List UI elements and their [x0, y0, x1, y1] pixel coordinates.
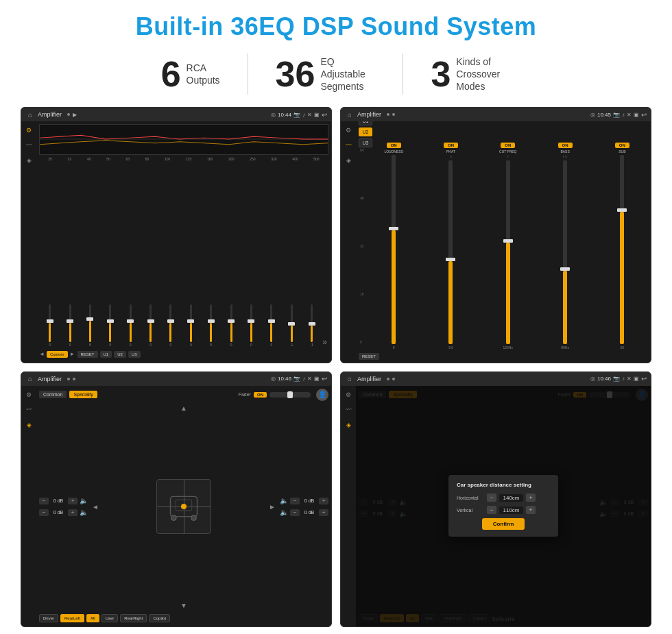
topbar-icons-crossover: ◎ 10:45 📷 ♪ ✕ ▣ ↩: [590, 111, 647, 119]
fader-ch-fl: − 0 dB + 🔈: [39, 497, 88, 504]
stat-eq: 36 EQ Adjustable Segments: [248, 56, 403, 93]
user-btn[interactable]: User: [101, 614, 119, 622]
crossover-reset-btn[interactable]: RESET: [359, 353, 379, 360]
fl-minus[interactable]: −: [39, 498, 49, 504]
phat-track[interactable]: [448, 160, 453, 344]
ss-content-fader: ⚙ 〰 ◈ Common Specialty Fader ON 👤: [21, 386, 331, 627]
horizontal-label: Horizontal: [457, 496, 484, 500]
confirm-button[interactable]: Confirm: [482, 518, 525, 530]
eq-slider-4[interactable]: 0: [121, 304, 140, 347]
screenshot-crossover: ⌂ Amplifier ◎ 10:45 📷 ♪ ✕ ▣ ↩ ⚙ 〰: [340, 107, 651, 363]
crossover-icon[interactable]: 〰: [344, 141, 353, 150]
eq-slider-3[interactable]: 0: [101, 304, 119, 347]
reset-btn[interactable]: RESET: [77, 351, 98, 358]
time-distance: 10:46: [597, 376, 611, 382]
eq-slider-6[interactable]: 0: [161, 304, 180, 347]
right-arrow[interactable]: ►: [269, 503, 276, 511]
app-name-distance: Amplifier: [357, 376, 381, 382]
prev-icon[interactable]: ◄: [39, 351, 45, 357]
horizontal-minus-btn[interactable]: −: [487, 493, 496, 502]
driver-btn[interactable]: Driver: [39, 614, 58, 622]
ss-content-eq: ⚙ 〰 ◈ 25 32: [21, 121, 331, 363]
next-icon[interactable]: ►: [70, 351, 75, 357]
fader-slider[interactable]: [269, 392, 311, 398]
rearright-btn[interactable]: RearRight: [120, 614, 147, 622]
eq-slider-8[interactable]: 0: [202, 304, 220, 347]
u3-btn[interactable]: U3: [128, 351, 141, 358]
cutfreq-label: CUT FREQ: [499, 149, 516, 154]
fader-middle: − 0 dB + 🔈 − 0 dB + 🔈: [39, 403, 328, 611]
left-arrow[interactable]: ◄: [92, 503, 99, 511]
fader-thumb[interactable]: [287, 391, 293, 398]
up-arrow[interactable]: ▲: [180, 404, 187, 412]
rr-minus[interactable]: −: [290, 509, 300, 516]
rr-plus[interactable]: +: [319, 509, 328, 516]
bass-val: 90Hz: [561, 345, 569, 350]
u1-preset[interactable]: U1: [359, 121, 372, 125]
eq-graph-svg: [40, 125, 328, 154]
vertical-minus-btn[interactable]: −: [487, 506, 496, 514]
u2-btn[interactable]: U2: [114, 351, 126, 358]
down-arrow[interactable]: ▼: [180, 602, 187, 609]
u2-preset[interactable]: U2: [359, 127, 372, 136]
speaker-icon-2[interactable]: ◈: [344, 156, 353, 165]
sub-on-btn[interactable]: ON: [615, 143, 629, 148]
fader-icon[interactable]: ◈: [24, 420, 34, 430]
sub-track[interactable]: [620, 155, 624, 344]
rearleft-btn[interactable]: RearLeft: [60, 614, 84, 622]
fader-on-btn[interactable]: ON: [254, 392, 267, 398]
bass-on-btn[interactable]: ON: [558, 143, 573, 148]
eq-slider-12[interactable]: -1: [283, 304, 301, 347]
copilot-btn[interactable]: Copilot: [149, 614, 170, 622]
rl-minus[interactable]: −: [39, 509, 49, 516]
time-fader: 10:46: [278, 376, 291, 382]
volume-icon-eq: ♪: [302, 112, 305, 118]
eq-icon-3[interactable]: ⚙: [24, 390, 34, 400]
loudness-track[interactable]: [392, 155, 396, 344]
wave-icon-3[interactable]: 〰: [24, 405, 34, 415]
speaker-icon[interactable]: ◈: [24, 156, 34, 165]
vertical-value: 110cm: [499, 507, 523, 514]
bass-track[interactable]: [563, 160, 567, 344]
fr-speaker: 🔈: [280, 497, 288, 504]
screen-icon-fader: ▣: [314, 376, 320, 382]
fr-minus[interactable]: −: [290, 498, 300, 504]
status-dot-distance: [387, 378, 389, 380]
custom-btn[interactable]: Custom: [47, 351, 68, 358]
wave-icon-4[interactable]: 〰: [344, 405, 353, 415]
eq-sliders-row: 0 0 5 0: [39, 163, 328, 347]
eq-slider-0[interactable]: 0: [40, 304, 59, 347]
stats-row: 6 RCA Outputs 36 EQ Adjustable Segments …: [21, 53, 651, 95]
eq-slider-5[interactable]: 0: [141, 304, 160, 347]
more-icon[interactable]: »: [322, 337, 327, 347]
eq-slider-11[interactable]: 0: [262, 304, 280, 347]
stat-number-rca: 6: [161, 56, 181, 92]
phat-on-btn[interactable]: ON: [444, 143, 458, 148]
eq-slider-7[interactable]: 0: [182, 304, 200, 347]
fr-plus[interactable]: +: [319, 498, 328, 504]
horizontal-plus-btn[interactable]: +: [526, 493, 536, 502]
common-tab[interactable]: Common: [39, 391, 67, 398]
fader-icon-4[interactable]: ◈: [344, 420, 353, 430]
specialty-tab[interactable]: Specialty: [69, 391, 97, 398]
all-btn[interactable]: All: [86, 614, 99, 622]
cutfreq-track[interactable]: [506, 160, 510, 344]
rl-plus[interactable]: +: [68, 509, 77, 516]
eq-slider-9[interactable]: 0: [221, 304, 240, 347]
eq-slider-10[interactable]: 0: [242, 304, 261, 347]
vertical-plus-btn[interactable]: +: [526, 506, 536, 514]
status-dot2-distance: [392, 378, 395, 380]
eq-slider-13[interactable]: -1: [302, 304, 321, 347]
eq-slider-1[interactable]: 0: [60, 304, 79, 347]
eq-slider-2[interactable]: 5: [81, 304, 99, 347]
fl-plus[interactable]: +: [68, 498, 77, 504]
eq-icon-4[interactable]: ⚙: [344, 390, 353, 400]
fader-center: ▲ ▼ ◄ ►: [91, 403, 277, 611]
cutfreq-on-btn[interactable]: ON: [501, 143, 515, 148]
distance-dialog: Car speaker distance setting Horizontal …: [448, 475, 558, 537]
wave-icon[interactable]: 〰: [24, 141, 34, 150]
u1-btn[interactable]: U1: [100, 351, 112, 358]
eq-icon[interactable]: ⚙: [24, 125, 34, 135]
loudness-on-btn[interactable]: ON: [387, 143, 401, 148]
eq-icon-2[interactable]: ⚙: [344, 125, 353, 135]
